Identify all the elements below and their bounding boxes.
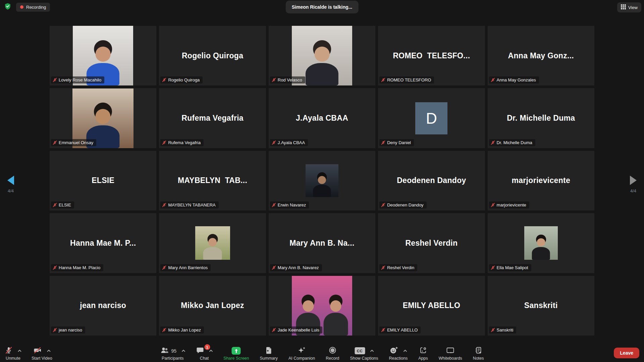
participant-gallery: Lovely Rose MacahiloRogelio QuirogaRogel… — [50, 26, 594, 336]
reactions-smiley-icon — [389, 346, 398, 356]
recording-indicator[interactable]: Recording — [16, 3, 50, 12]
ai-companion-button[interactable]: AI Companion — [288, 347, 315, 361]
participant-tile[interactable]: Lovely Rose Macahilo — [50, 26, 156, 85]
participant-name: Mary Ann B. Navarez — [278, 265, 319, 270]
page-indicator: 4/4 — [630, 188, 636, 193]
gallery-next-button[interactable]: 4/4 — [625, 176, 642, 193]
participant-tile[interactable]: Hanna Mae M. P...Hanna Mae M. Placio — [50, 213, 156, 273]
participant-name-tag: Sanskriti — [489, 326, 517, 334]
participant-tile[interactable]: Ella Mae Salipot — [488, 213, 594, 273]
notes-button[interactable]: Notes — [473, 347, 484, 361]
recording-dot-icon — [20, 5, 23, 9]
participant-tile[interactable]: Deodenen DandoyDeodenen Dandoy — [378, 151, 485, 210]
leave-button[interactable]: Leave — [614, 348, 639, 358]
participant-name-tag: Emmanuel Onsay — [51, 139, 96, 146]
participant-name: MAYBELYN TABANERA — [168, 202, 215, 207]
muted-mic-icon — [491, 78, 495, 82]
participant-tile[interactable]: ELSIEELSIE — [50, 151, 156, 210]
participant-name: Jade Keenabelle Luis — [278, 327, 319, 333]
participant-tile[interactable]: Rod Velasco — [269, 26, 375, 85]
chat-chevron-icon[interactable] — [209, 350, 213, 352]
muted-mic-icon — [162, 265, 166, 270]
participants-button[interactable]: 95 Participants — [160, 347, 185, 361]
participant-tile[interactable]: EMILY ABELLOEMILY ABELLO — [378, 276, 485, 336]
participant-name: Rogelio Quiroga — [168, 77, 200, 82]
unmute-label: Unmute — [6, 356, 20, 361]
muted-mic-icon — [162, 203, 166, 207]
participant-tile[interactable]: Mary Ann B. Na...Mary Ann B. Navarez — [269, 213, 375, 273]
participant-tile[interactable]: Erwin Navarez — [269, 151, 375, 210]
participant-tile[interactable]: Rufema VegafriaRufema Vegafria — [159, 88, 266, 148]
participant-tile[interactable]: Emmanuel Onsay — [50, 88, 156, 148]
gallery-prev-button[interactable]: 4/4 — [2, 176, 19, 193]
participant-name-tag: Dr. Michelle Duma — [489, 139, 535, 146]
participant-name: Sanskriti — [497, 327, 514, 333]
participant-tile[interactable]: MAYBELYN TAB...MAYBELYN TABANERA — [159, 151, 266, 210]
participant-tile[interactable]: Rogelio QuirogaRogelio Quiroga — [159, 26, 266, 85]
chat-icon — [196, 346, 204, 356]
muted-mic-icon — [5, 346, 13, 356]
chat-button[interactable]: 1 Chat — [196, 347, 213, 361]
next-page-arrow-icon[interactable] — [630, 176, 637, 185]
participant-name: Reshel Verdin — [387, 265, 414, 270]
view-button[interactable]: View — [617, 2, 641, 12]
muted-mic-icon — [162, 140, 166, 145]
participants-label: Participants — [162, 356, 183, 361]
security-shield-button[interactable] — [3, 2, 13, 12]
start-video-button[interactable]: Start Video — [32, 347, 52, 361]
active-speaker-text: Simeon Ricalde is talking... — [292, 4, 353, 10]
participant-name: Deodenen Dandoy — [387, 202, 423, 207]
chat-unread-badge: 1 — [204, 344, 210, 350]
participant-tile[interactable]: Mikko Jan LopezMikko Jan Lopez — [159, 276, 266, 336]
video-options-chevron-icon[interactable] — [47, 350, 51, 352]
notes-label: Notes — [473, 356, 484, 361]
participant-tile[interactable]: Mary Ann Barrientos — [159, 213, 266, 273]
participant-tile[interactable]: Anna May Gonz...Anna May Gonzales — [488, 26, 594, 85]
reactions-button[interactable]: Reactions — [389, 347, 408, 361]
prev-page-arrow-icon[interactable] — [7, 176, 14, 185]
muted-mic-icon — [272, 140, 276, 145]
participant-tile[interactable]: Dr. Michelle DumaDr. Michelle Duma — [488, 88, 594, 148]
share-screen-button[interactable]: Share Screen — [223, 347, 249, 361]
record-button[interactable]: Record — [326, 347, 339, 361]
muted-mic-icon — [381, 265, 385, 270]
meeting-topbar: Recording Simeon Ricalde is talking... V… — [0, 0, 644, 15]
participant-name: J.Ayala CBAA — [278, 140, 305, 145]
participant-name: Ella Mae Salipot — [497, 265, 528, 270]
captions-chevron-icon[interactable] — [370, 350, 374, 352]
participant-name: Rod Velasco — [278, 77, 302, 82]
participant-tile[interactable]: Jade Keenabelle Luis — [269, 276, 375, 336]
apps-button[interactable]: Apps — [418, 347, 428, 361]
start-video-label: Start Video — [32, 356, 52, 361]
participant-name: Mary Ann Barrientos — [168, 265, 208, 270]
participant-name: Dr. Michelle Duma — [497, 140, 532, 145]
muted-mic-icon — [272, 328, 276, 332]
participant-tile[interactable]: jean narcisojean narciso — [50, 276, 156, 336]
show-captions-button[interactable]: CC Show Captions — [350, 347, 378, 361]
participant-tile[interactable]: Reshel VerdinReshel Verdin — [378, 213, 485, 273]
participants-chevron-icon[interactable] — [181, 350, 185, 352]
participant-video — [524, 226, 558, 260]
participant-name: Hanna Mae M. Placio — [59, 265, 100, 270]
participant-name: Deny Daniel — [387, 140, 411, 145]
summary-button[interactable]: Summary — [260, 347, 278, 361]
participant-tile[interactable]: SanskritiSanskriti — [488, 276, 594, 336]
reactions-chevron-icon[interactable] — [403, 350, 407, 352]
unmute-button[interactable]: Unmute — [5, 347, 21, 361]
muted-mic-icon — [53, 203, 57, 207]
grid-view-icon — [621, 4, 626, 10]
whiteboards-button[interactable]: Whiteboards — [439, 347, 462, 361]
participant-name-tag: Mikko Jan Lopez — [160, 326, 204, 334]
reactions-label: Reactions — [389, 356, 408, 361]
muted-mic-icon — [162, 78, 166, 82]
muted-mic-icon — [272, 78, 276, 82]
muted-mic-icon — [491, 203, 495, 207]
audio-options-chevron-icon[interactable] — [18, 350, 21, 352]
participant-tile[interactable]: J.Ayala CBAAJ.Ayala CBAA — [269, 88, 375, 148]
participant-name: marjorievicente — [497, 202, 526, 207]
participant-tile[interactable]: marjorievicentemarjorievicente — [488, 151, 594, 210]
participant-tile[interactable]: ROMEO TELESFO...ROMEO TELESFORO — [378, 26, 485, 85]
participant-tile[interactable]: DDeny Daniel — [378, 88, 485, 148]
page-indicator: 4/4 — [8, 188, 14, 193]
participant-name: Emmanuel Onsay — [59, 140, 93, 145]
